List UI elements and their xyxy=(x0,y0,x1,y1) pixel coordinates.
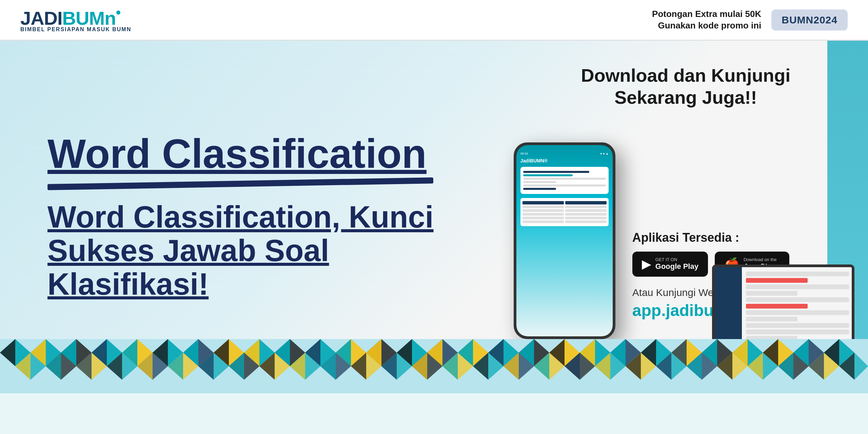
phone-area: 08:54 ● ● ▲ JadiBUMN® xyxy=(514,142,629,353)
underline-bar xyxy=(47,177,433,190)
sub-title: Word Classification, Kunci Sukses Jawab … xyxy=(47,200,476,301)
phone-logo: JadiBUMN® xyxy=(520,158,609,163)
google-play-button[interactable]: ▶ GET IT ON Google Play xyxy=(632,252,708,277)
google-play-text: GET IT ON Google Play xyxy=(655,257,698,271)
promo-text: Potongan Extra mulai 50K Gunakan kode pr… xyxy=(652,8,761,32)
main-area: Word Classification Word Classification,… xyxy=(0,41,868,393)
laptop-screen-content xyxy=(715,267,852,350)
laptop-main xyxy=(743,267,852,350)
header: JADI BUMn BIMBEL PERSIAPAN MASUK BUMN Po… xyxy=(0,0,868,41)
logo: JADI BUMn xyxy=(20,7,120,29)
phone-screen: 08:54 ● ● ▲ JadiBUMN® xyxy=(516,145,613,336)
pattern-row xyxy=(0,339,868,393)
logo-dot xyxy=(116,11,120,15)
logo-area: JADI BUMn BIMBEL PERSIAPAN MASUK BUMN xyxy=(20,7,131,33)
phone-content xyxy=(520,167,609,194)
phone-mockup: 08:54 ● ● ▲ JadiBUMN® xyxy=(514,142,615,339)
phone-status-bar: 08:54 ● ● ▲ xyxy=(520,152,609,155)
header-promo: Potongan Extra mulai 50K Gunakan kode pr… xyxy=(652,8,848,32)
google-play-icon: ▶ xyxy=(642,257,651,271)
bottom-pattern xyxy=(0,339,868,393)
laptop-sidebar xyxy=(715,267,742,350)
phone-table xyxy=(520,198,609,226)
svg-marker-1 xyxy=(0,339,15,366)
pattern-svg xyxy=(0,339,868,393)
main-title: Word Classification xyxy=(47,133,476,174)
logo-bumn: BUMn xyxy=(62,7,121,29)
logo-jadi: JADI xyxy=(20,7,62,29)
promo-code: BUMN2024 xyxy=(771,9,848,31)
download-title: Download dan Kunjungi Sekarang Juga!! xyxy=(524,64,848,108)
